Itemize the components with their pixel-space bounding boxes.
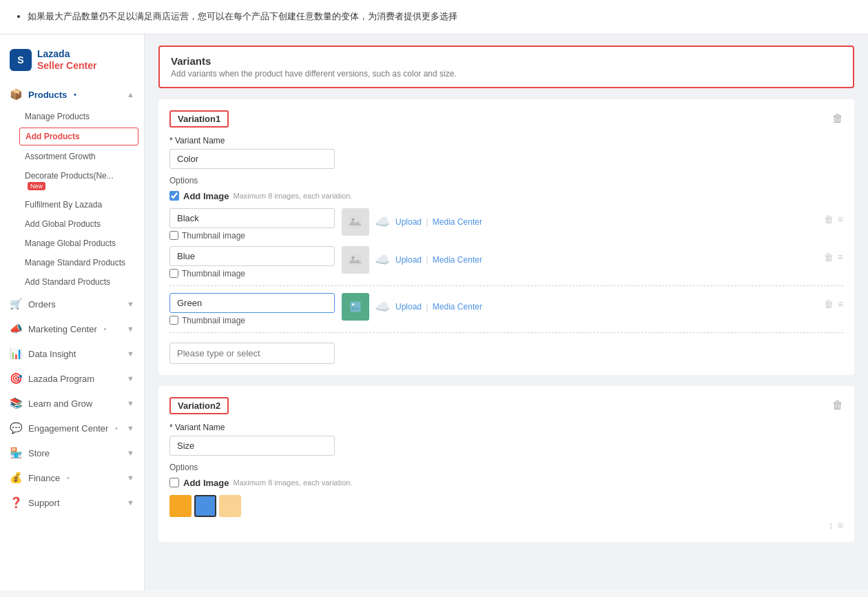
upload-link-black[interactable]: Upload bbox=[395, 217, 422, 227]
chevron-down-icon: ▼ bbox=[127, 449, 134, 457]
image-upload-black: ☁️ Upload | Media Center bbox=[342, 208, 817, 236]
new-option-input[interactable] bbox=[169, 343, 335, 364]
drag-handle-blue[interactable]: ≡ bbox=[838, 252, 843, 263]
separator2 bbox=[169, 332, 843, 333]
sidebar-item-store[interactable]: 🏪 Store ▼ bbox=[0, 441, 144, 465]
products-icon: 📦 bbox=[10, 88, 23, 101]
variation1-delete-button[interactable]: 🗑 bbox=[832, 112, 843, 125]
sidebar-sub-decorate-products[interactable]: Decorate Products(Ne... New bbox=[0, 166, 144, 195]
thumb-placeholder-blue bbox=[342, 246, 369, 274]
row-delete-black[interactable]: 🗑 bbox=[824, 214, 834, 225]
thumbnail-checkbox-green[interactable] bbox=[169, 316, 178, 325]
add-image-row: Add Image Maximum 8 images, each variati… bbox=[169, 191, 843, 201]
sidebar-sub-add-global[interactable]: Add Global Products bbox=[0, 214, 144, 234]
size-option-blue bbox=[194, 495, 216, 517]
thumbnail-check-black: Thumbnail image bbox=[169, 231, 335, 241]
logo: S Lazada Seller Center bbox=[0, 41, 144, 83]
sidebar-sub-add-standard[interactable]: Add Standard Products bbox=[0, 272, 144, 292]
sidebar-item-support[interactable]: ❓ Support ▼ bbox=[0, 490, 144, 515]
chevron-down-icon: ▼ bbox=[127, 325, 134, 333]
sidebar-sub-fulfilment[interactable]: Fulfilment By Lazada bbox=[0, 195, 144, 214]
thumbnail-checkbox-black[interactable] bbox=[169, 231, 178, 240]
data-icon: 📊 bbox=[10, 347, 23, 360]
option-input-wrap-green: Thumbnail image bbox=[169, 293, 335, 325]
engagement-icon: 💬 bbox=[10, 422, 23, 434]
sidebar-sub-manage-standard[interactable]: Manage Standard Products bbox=[0, 253, 144, 272]
support-icon: ❓ bbox=[10, 496, 23, 509]
variation2-row-actions: ↕ ≡ bbox=[169, 520, 843, 531]
orders-icon: 🛒 bbox=[10, 298, 23, 310]
upload-cloud-icon-green: ☁️ bbox=[375, 299, 390, 314]
variation2-sort-handle[interactable]: ≡ bbox=[838, 520, 843, 531]
sidebar-item-marketing[interactable]: 📣 Marketing Center • ▼ bbox=[0, 316, 144, 341]
media-center-link-blue[interactable]: Media Center bbox=[433, 255, 482, 265]
svg-rect-2 bbox=[349, 254, 362, 266]
variation2-delete-button[interactable]: 🗑 bbox=[832, 399, 843, 412]
sidebar-item-learn[interactable]: 📚 Learn and Grow ▼ bbox=[0, 391, 144, 416]
svg-point-5 bbox=[352, 303, 354, 305]
media-center-link-green[interactable]: Media Center bbox=[433, 302, 482, 312]
row-actions-blue: 🗑 ≡ bbox=[824, 246, 843, 263]
image-upload-green: ☁️ Upload | Media Center bbox=[342, 293, 817, 321]
option-input-green[interactable] bbox=[169, 293, 335, 313]
learn-icon: 📚 bbox=[10, 397, 23, 409]
sidebar-item-finance[interactable]: 💰 Finance • ▼ bbox=[0, 465, 144, 490]
upload-link-green[interactable]: Upload bbox=[395, 302, 422, 312]
upload-links-green: Upload | Media Center bbox=[395, 302, 482, 312]
banner-text: 如果最大产品数量仍不足以满足商店运营，您可以在每个产品下创建任意数量的变体，为消… bbox=[28, 11, 457, 21]
thumbnail-checkbox-blue[interactable] bbox=[169, 269, 178, 278]
chevron-down-icon: ▼ bbox=[127, 424, 134, 432]
upload-link-blue[interactable]: Upload bbox=[395, 255, 422, 265]
variation2-drag-handle[interactable]: ↕ bbox=[829, 520, 834, 531]
new-badge: New bbox=[28, 182, 45, 190]
thumbnail-check-green: Thumbnail image bbox=[169, 316, 335, 325]
separator bbox=[169, 285, 843, 286]
sidebar-sub-manage-global[interactable]: Manage Global Products bbox=[0, 234, 144, 253]
sidebar-item-orders[interactable]: 🛒 Orders ▼ bbox=[0, 292, 144, 316]
sidebar-sub-assortment-growth[interactable]: Assortment Growth bbox=[0, 147, 144, 166]
variation2-variant-name-label: * Variant Name bbox=[169, 423, 843, 432]
row-actions-green: 🗑 ≡ bbox=[824, 293, 843, 310]
variation2-add-image-note: Maximum 8 images, each variation. bbox=[233, 478, 352, 487]
drag-handle-green[interactable]: ≡ bbox=[838, 298, 843, 310]
variant-name-label: * Variant Name bbox=[169, 136, 843, 145]
size-options-row bbox=[169, 495, 843, 517]
sidebar-item-products[interactable]: 📦 Products • ▲ bbox=[0, 82, 144, 107]
variants-title: Variants bbox=[171, 55, 842, 67]
chevron-down-icon: ▼ bbox=[127, 399, 134, 407]
upload-cloud-icon-blue: ☁️ bbox=[375, 252, 390, 267]
chevron-down-icon: ▼ bbox=[127, 474, 134, 482]
top-banner: 如果最大产品数量仍不足以满足商店运营，您可以在每个产品下创建任意数量的变体，为消… bbox=[0, 0, 868, 34]
size-option-orange bbox=[169, 495, 192, 517]
variation2-variant-name-input[interactable] bbox=[169, 436, 335, 456]
upload-links-black: Upload | Media Center bbox=[395, 217, 482, 227]
sidebar-item-lazada-program[interactable]: 🎯 Lazada Program ▼ bbox=[0, 366, 144, 391]
add-image-checkbox[interactable] bbox=[169, 191, 179, 201]
upload-cloud-icon-black: ☁️ bbox=[375, 214, 390, 230]
chevron-down-icon: ▼ bbox=[127, 300, 134, 308]
chevron-down-icon: ▼ bbox=[127, 498, 134, 507]
sidebar-item-data-insight[interactable]: 📊 Data Insight ▼ bbox=[0, 341, 144, 366]
option-row-black: Thumbnail image ☁️ Upload | Media Center bbox=[169, 208, 843, 241]
svg-rect-0 bbox=[349, 216, 362, 228]
variation2-add-image-row: Add Image Maximum 8 images, each variati… bbox=[169, 478, 843, 488]
variation1-block: Variation1 🗑 * Variant Name Options Add … bbox=[158, 99, 854, 375]
finance-icon: 💰 bbox=[10, 472, 23, 484]
variation2-add-image-checkbox[interactable] bbox=[169, 478, 179, 487]
variant-name-input[interactable] bbox=[169, 149, 335, 169]
sidebar-sub-add-products[interactable]: Add Products bbox=[19, 128, 138, 145]
row-delete-green[interactable]: 🗑 bbox=[824, 298, 834, 310]
option-input-black[interactable] bbox=[169, 208, 335, 228]
sidebar-item-engagement[interactable]: 💬 Engagement Center • ▼ bbox=[0, 416, 144, 441]
svg-point-3 bbox=[352, 256, 355, 259]
row-actions-black: 🗑 ≡ bbox=[824, 208, 843, 225]
option-input-wrap-black: Thumbnail image bbox=[169, 208, 335, 241]
drag-handle-black[interactable]: ≡ bbox=[838, 214, 843, 225]
media-center-link-black[interactable]: Media Center bbox=[433, 217, 482, 227]
option-input-blue[interactable] bbox=[169, 246, 335, 266]
program-icon: 🎯 bbox=[10, 372, 23, 385]
row-delete-blue[interactable]: 🗑 bbox=[824, 252, 834, 263]
store-icon: 🏪 bbox=[10, 447, 23, 459]
thumbnail-check-blue: Thumbnail image bbox=[169, 269, 335, 279]
sidebar-sub-manage-products[interactable]: Manage Products bbox=[0, 107, 144, 126]
